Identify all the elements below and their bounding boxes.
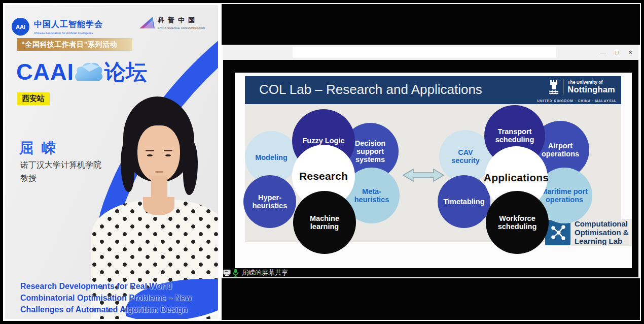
slide-header: COL Lab – Research and Applications The …: [245, 76, 621, 104]
col-lab-logo-icon: [545, 220, 570, 245]
window-title-area: [293, 47, 556, 58]
eye-right: [165, 154, 171, 156]
speaker-name: 屈 嵘: [19, 139, 58, 158]
maximize-button[interactable]: □: [612, 47, 621, 58]
uon-countries: UNITED KINGDOM · CHINA · MALAYSIA: [537, 99, 616, 103]
col-logo-line1: Computational: [575, 219, 629, 228]
kepu-name-cn: 科普中国: [158, 16, 205, 25]
talk-title-line-2: Combinatorial Optimisation Problems – Ne…: [20, 292, 195, 304]
speaker-job-title: 教授: [20, 173, 37, 184]
logo-divider: [563, 79, 563, 94]
event-banner: “全国科技工作者日”系列活动: [17, 38, 132, 51]
caai-forum-logo: CAAI 论坛: [16, 58, 147, 86]
col-lab-logo: Computational Optimisation & Learning La…: [545, 219, 632, 246]
talk-title-line-1: Research Developments for Real World: [20, 280, 195, 292]
forum-logo-cn: 论坛: [104, 58, 147, 86]
bubble-timetabling: Timetabling: [438, 175, 490, 228]
monitor-icon: [223, 269, 231, 276]
col-logo-line2: Optimisation &: [575, 228, 629, 237]
uon-line2: Nottingham: [567, 85, 615, 94]
eyebrow-right: [164, 150, 172, 151]
mouth: [155, 171, 163, 173]
face: [137, 125, 180, 182]
talk-title-line-3: Challenges of Automated Algorithm Design: [20, 304, 195, 315]
talk-title: Research Developments for Real World Com…: [20, 280, 195, 315]
screenshot-stage: AAI 中国人工智能学会 Chinese Association for Art…: [0, 0, 644, 324]
kepu-name-en: CHINA SCIENCE COMMUNICATION: [158, 26, 205, 29]
presentation-slide: COL Lab – Research and Applications The …: [235, 73, 632, 268]
slide-title: COL Lab – Research and Applications: [259, 82, 482, 98]
window-controls: — □ ✕: [598, 45, 635, 60]
bubble-hyper-heuristics: Hyper- heuristics: [243, 175, 296, 228]
uon-line1: The University of: [567, 80, 615, 85]
screen-share-label: 屈嵘的屏幕共享: [223, 268, 288, 278]
kepu-china-logo: 科普中国 CHINA SCIENCE COMMUNICATION: [138, 15, 205, 29]
station-badge: 西安站: [17, 92, 50, 105]
network-icon: [548, 222, 568, 243]
window-titlebar: — □ ✕: [222, 45, 640, 60]
kepu-wave-icon: [138, 15, 156, 29]
caai-org-logo: AAI 中国人工智能学会 Chinese Association for Art…: [12, 18, 103, 36]
caai-logo-icon: AAI: [12, 18, 29, 36]
neck: [151, 176, 167, 206]
close-button[interactable]: ✕: [626, 47, 635, 58]
eyebrow-left: [146, 150, 154, 151]
castle-icon: [548, 79, 559, 94]
share-label-text: 屈嵘的屏幕共享: [242, 268, 288, 277]
double-arrow-icon: [402, 167, 445, 183]
bubble-workforce-scheduling: Workforce scheduling: [486, 191, 549, 254]
forum-logo-latin: CAAI: [16, 59, 74, 85]
caai-org-name-cn: 中国人工智能学会: [34, 19, 103, 30]
microphone-icon: [232, 269, 239, 277]
col-logo-line3: Learning Lab: [575, 237, 629, 245]
eye-left: [147, 154, 153, 156]
screen-share-video: — □ ✕ COL Lab – Research and Application…: [222, 4, 640, 320]
bubble-machine-learning: Machine learning: [293, 191, 356, 254]
university-of-nottingham-logo: The University of Nottingham: [548, 79, 615, 94]
minimize-button[interactable]: —: [598, 47, 607, 58]
cloud-icon: [72, 60, 103, 84]
speaker-card: AAI 中国人工智能学会 Chinese Association for Art…: [5, 5, 218, 319]
speaker-affiliation: 诺丁汉大学计算机学院: [20, 160, 101, 171]
caai-org-name-en: Chinese Association for Artificial Intel…: [34, 31, 103, 35]
